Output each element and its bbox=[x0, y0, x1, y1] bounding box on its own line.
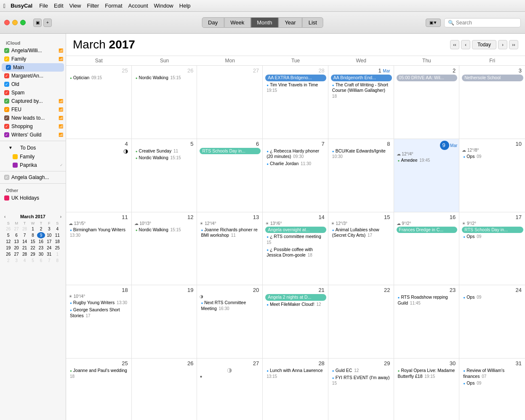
mini-cal-day[interactable]: 5 bbox=[4, 232, 12, 238]
day-cell[interactable]: 21Angela 2 nights at D...Meet FileMaker … bbox=[263, 285, 328, 358]
view-week-button[interactable]: Week bbox=[224, 17, 251, 28]
sidebar-item-writersguild[interactable]: Writers' Guild 📶 bbox=[0, 131, 66, 139]
mini-cal-day[interactable]: 8 bbox=[29, 232, 37, 238]
event-item[interactable]: Angela overnight at... bbox=[265, 227, 326, 233]
day-cell[interactable]: 27 bbox=[197, 66, 263, 139]
nav-forward-forward[interactable]: ›› bbox=[509, 40, 518, 49]
day-cell[interactable]: 15☀ 12°/3°Animal Lullabies show (Secret … bbox=[328, 212, 394, 285]
menu-file[interactable]: File bbox=[39, 3, 48, 9]
mini-cal-day[interactable]: 27 bbox=[12, 251, 20, 257]
sidebar-item-captured[interactable]: Captured by... 📶 bbox=[0, 97, 66, 105]
view-day-button[interactable]: Day bbox=[202, 17, 224, 28]
fullscreen-button[interactable] bbox=[20, 20, 26, 25]
day-cell[interactable]: 26 bbox=[132, 358, 197, 420]
event-item[interactable]: Meet FileMaker Cloud! 12 bbox=[265, 301, 326, 308]
mini-cal-day[interactable]: 22 bbox=[29, 245, 37, 251]
mini-cal-day[interactable]: 2 bbox=[4, 257, 12, 264]
day-cell[interactable]: 22 bbox=[328, 285, 394, 358]
event-item[interactable]: Rugby Young Writers 13:30 bbox=[69, 300, 130, 306]
mini-cal-day[interactable]: 14 bbox=[21, 238, 29, 245]
apple-menu[interactable]:  bbox=[3, 3, 5, 9]
mini-cal-day[interactable]: 6 bbox=[12, 232, 20, 238]
mini-cal-day[interactable]: 2 bbox=[37, 226, 45, 232]
day-cell[interactable]: 25Optician 09:15 bbox=[66, 66, 132, 139]
sidebar-item-family[interactable]: Family 📶 bbox=[0, 55, 66, 63]
event-item[interactable]: Nethersole School bbox=[462, 75, 523, 81]
day-cell[interactable]: 205:00 DRIVE AA: Wil... bbox=[394, 66, 460, 139]
sidebar-checkbox-angela[interactable] bbox=[4, 48, 9, 53]
search-input[interactable] bbox=[456, 20, 517, 26]
day-cell[interactable]: 1 MarAA Bridgenorth End...The Craft of W… bbox=[328, 66, 394, 139]
view-year-button[interactable]: Year bbox=[278, 17, 302, 28]
day-cell[interactable]: 17☀ 9°/2°RTS Schools Day in...Ops 09 bbox=[459, 212, 525, 285]
event-item[interactable]: Next RTS Committee Meeting 16:30 bbox=[200, 300, 261, 312]
event-item[interactable]: ¿ RTS committee meeting 15 bbox=[265, 233, 326, 246]
mini-cal-day[interactable]: 3 bbox=[45, 226, 53, 232]
event-item[interactable]: AA EXTRA Bridgeno... bbox=[265, 75, 326, 81]
day-cell[interactable]: 7¿ Rebecca Hardy phoner (20 minutes) 09:… bbox=[263, 139, 328, 212]
mini-cal-day[interactable]: 31 bbox=[45, 251, 53, 257]
event-item[interactable]: 05:00 DRIVE AA: Wil... bbox=[397, 75, 458, 81]
event-item[interactable]: BCU/Kate Edwards/Ignite 10:30 bbox=[331, 148, 392, 160]
day-cell[interactable]: 20◑Next RTS Committee Meeting 16:30 bbox=[197, 285, 263, 358]
day-cell[interactable]: 8BCU/Kate Edwards/Ignite 10:30 bbox=[328, 139, 394, 212]
mini-cal-day[interactable]: 3 bbox=[12, 257, 20, 264]
mini-cal-day[interactable]: 12 bbox=[4, 238, 12, 245]
mini-cal-day[interactable]: 1 bbox=[29, 226, 37, 232]
event-item[interactable]: Frances Dredge in C... bbox=[397, 227, 458, 233]
day-cell[interactable]: 27◑● bbox=[197, 358, 263, 420]
sidebar-checkbox-family[interactable] bbox=[4, 56, 9, 62]
day-cell[interactable]: 25Joanne and Paul's wedding 18 bbox=[66, 358, 132, 420]
mini-cal-day[interactable]: 30 bbox=[37, 251, 45, 257]
mini-cal-day[interactable]: 24 bbox=[45, 245, 53, 251]
sidebar-item-shopping[interactable]: Shopping 📶 bbox=[0, 122, 66, 131]
mini-cal-day[interactable]: 23 bbox=[37, 245, 45, 251]
event-item[interactable]: ¿ Rebecca Hardy phoner (20 minutes) 09:3… bbox=[265, 148, 326, 160]
day-cell[interactable]: 28Lunch with Anna Lawrence 13:15 bbox=[263, 358, 328, 420]
event-item[interactable]: Charlie Jordan 11:30 bbox=[265, 161, 326, 167]
mini-cal-day[interactable]: 20 bbox=[12, 245, 20, 251]
add-calendar-button[interactable]: + bbox=[43, 19, 52, 27]
event-item[interactable]: RTS Roadshow repping Guild 11:45 bbox=[397, 294, 458, 306]
sidebar-item-angela[interactable]: Angela/Willi... 📶 bbox=[0, 46, 66, 55]
menu-view[interactable]: View bbox=[69, 3, 81, 9]
sidebar-item-angela-galagh[interactable]: Angela Galagh... bbox=[0, 173, 66, 182]
event-item[interactable]: The Craft of Writing - Short Course (Wil… bbox=[331, 82, 392, 100]
sidebar-checkbox-writersguild[interactable] bbox=[4, 132, 9, 137]
sidebar-checkbox-newleads[interactable] bbox=[4, 115, 9, 120]
day-cell[interactable]: 28AA EXTRA Bridgeno...Tim Vine Travels i… bbox=[263, 66, 328, 139]
day-cell[interactable]: 13☀ 12°/4°Joanne Richards phoner re BMI … bbox=[197, 212, 263, 285]
menu-format[interactable]: Format bbox=[105, 3, 122, 9]
day-cell[interactable]: 30Royal Opera Live: Madame Butterfly £18… bbox=[394, 358, 460, 420]
sidebar-checkbox-feu[interactable] bbox=[4, 107, 9, 112]
sidebar-item-ukholidays[interactable]: UK Holidays bbox=[0, 194, 66, 202]
nav-forward[interactable]: › bbox=[498, 40, 507, 49]
sidebar-item-spam[interactable]: Spam bbox=[0, 88, 66, 97]
display-options-button[interactable]: ▣▼ bbox=[426, 19, 441, 27]
mini-cal-day[interactable]: 4 bbox=[21, 257, 29, 264]
mini-cal-day[interactable]: 28 bbox=[21, 226, 29, 232]
menu-filter[interactable]: Filter bbox=[87, 3, 99, 9]
event-item[interactable]: Joanne and Paul's wedding 18 bbox=[69, 367, 130, 380]
minimize-button[interactable] bbox=[12, 20, 18, 25]
mini-cal-day[interactable]: 10 bbox=[45, 232, 53, 238]
event-item[interactable]: Tim Vine Travels in Time 19:15 bbox=[265, 82, 326, 94]
event-item[interactable]: Nordic Walking 15:15 bbox=[134, 227, 195, 233]
event-item[interactable]: Optician 09:15 bbox=[69, 75, 130, 81]
mini-cal-day[interactable]: 21 bbox=[21, 245, 29, 251]
view-month-button[interactable]: Month bbox=[251, 17, 278, 28]
sidebar-checkbox-angela-galagh[interactable] bbox=[4, 175, 9, 180]
event-item[interactable]: Lunch with Anna Lawrence 13:15 bbox=[265, 367, 326, 380]
sidebar-item-margaret[interactable]: Margaret/An... bbox=[0, 72, 66, 80]
todos-section-header[interactable]: ▼ To Dos bbox=[0, 143, 66, 152]
sidebar-checkbox-spam[interactable] bbox=[4, 90, 9, 95]
day-cell[interactable]: 4◑ bbox=[66, 139, 132, 212]
mini-cal-day[interactable]: 9 bbox=[37, 232, 45, 238]
mini-cal-day[interactable]: 29 bbox=[29, 251, 37, 257]
day-cell[interactable]: 9Mar☁ 12°/4°Amedee 19:45 bbox=[394, 139, 460, 212]
mini-cal-day[interactable]: 11 bbox=[53, 232, 61, 238]
sidebar-toggle[interactable]: ▣ bbox=[33, 19, 42, 27]
event-item[interactable]: Ops 09 bbox=[462, 380, 523, 387]
sidebar-checkbox-margaret[interactable] bbox=[4, 73, 9, 78]
mini-cal-day[interactable]: 19 bbox=[4, 245, 12, 251]
